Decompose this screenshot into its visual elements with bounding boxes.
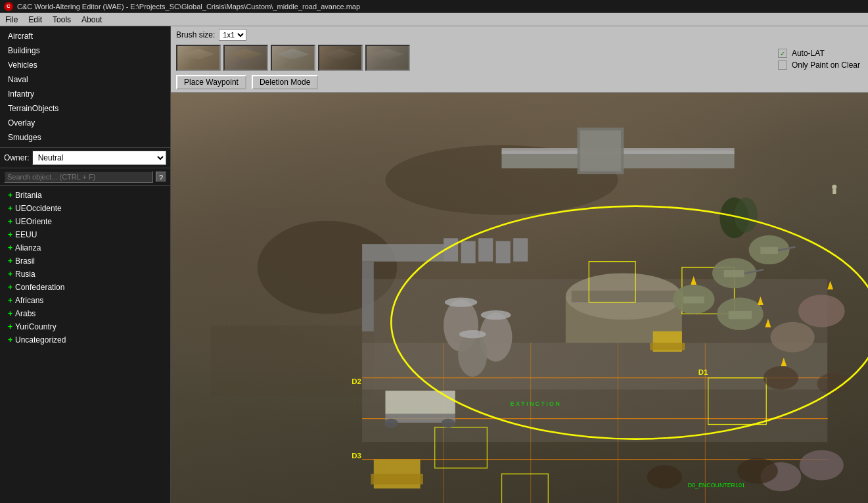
group-label-arabs: Arabs: [15, 309, 35, 318]
group-label-rusia: Rusia: [15, 270, 35, 279]
sidebar-item-buildings[interactable]: Buildings: [0, 43, 170, 58]
expand-icon-eeuu: +: [8, 230, 12, 239]
brush-size-select[interactable]: 1x12x23x3: [219, 29, 246, 41]
menu-file[interactable]: File: [0, 14, 23, 26]
svg-rect-42: [683, 297, 704, 304]
sidebar-item-infantry[interactable]: Infantry: [0, 87, 170, 101]
search-section: ?: [0, 168, 170, 186]
menu-about[interactable]: About: [76, 14, 107, 26]
group-arabs[interactable]: + Arabs: [0, 307, 170, 320]
expand-icon-ueoriente: +: [8, 217, 12, 226]
svg-point-58: [737, 458, 778, 484]
group-confederation[interactable]: + Confederation: [0, 281, 170, 294]
svg-rect-20: [513, 238, 528, 261]
group-label-ueoccidente: UEOccidente: [15, 204, 62, 213]
group-alianza[interactable]: + Alianza: [0, 241, 170, 254]
svg-point-25: [458, 333, 487, 377]
owner-section: Owner: Neutral GDI Nod: [0, 148, 170, 168]
only-paint-checkbox[interactable]: [778, 60, 787, 70]
tile-row: [171, 43, 771, 72]
brush-label: Brush size:: [176, 30, 215, 39]
tile-2[interactable]: [223, 45, 268, 71]
deletion-mode-button[interactable]: Deletion Mode: [252, 75, 318, 89]
only-paint-row: Only Paint on Clear: [778, 60, 861, 70]
owner-dropdown[interactable]: Neutral GDI Nod: [32, 151, 166, 165]
sidebar-item-smudges[interactable]: Smudges: [0, 130, 170, 145]
expand-icon-rusia: +: [8, 270, 12, 279]
search-help-button[interactable]: ?: [156, 172, 166, 182]
group-label-uncategorized: Uncategorized: [15, 335, 66, 345]
group-ueoriente[interactable]: + UEOriente: [0, 215, 170, 228]
toolbar-left: Brush size: 1x12x23x3: [171, 26, 771, 92]
sidebar-item-naval[interactable]: Naval: [0, 72, 170, 87]
map-canvas: D2 D3 D1 E X T I N C T I O N E X I N C O…: [171, 93, 868, 503]
group-label-brasil: Brasil: [15, 256, 35, 266]
svg-text:D1: D1: [698, 368, 708, 376]
expand-icon-britania: +: [8, 191, 12, 200]
group-label-britania: Britania: [15, 191, 42, 200]
group-eeuu[interactable]: + EEUU: [0, 228, 170, 241]
svg-text:E X  T I N C T I O N: E X T I N C T I O N: [511, 400, 560, 407]
only-paint-label: Only Paint on Clear: [790, 60, 861, 70]
svg-text:D0_ENCOUNTER101: D0_ENCOUNTER101: [688, 482, 745, 489]
svg-point-48: [800, 450, 844, 480]
svg-point-57: [764, 366, 798, 389]
expand-icon-yuricountry: +: [8, 322, 12, 331]
svg-rect-2: [211, 325, 374, 395]
svg-point-60: [647, 465, 682, 488]
svg-rect-4: [362, 343, 827, 390]
svg-point-77: [832, 185, 836, 189]
group-britania[interactable]: + Britania: [0, 189, 170, 202]
app-icon: C: [4, 2, 13, 11]
svg-rect-15: [580, 131, 621, 172]
group-africans[interactable]: + Africans: [0, 294, 170, 307]
main-layout: Aircraft Buildings Vehicles Naval Infant…: [0, 26, 868, 503]
group-ueoccidente[interactable]: + UEOccidente: [0, 202, 170, 215]
group-label-yuricountry: YuriCountry: [15, 322, 57, 331]
expand-icon-confederation: +: [8, 283, 12, 292]
map-svg-overlay: D2 D3 D1 E X T I N C T I O N E X I N C O…: [171, 93, 868, 503]
expand-icon-africans: +: [8, 296, 12, 305]
tile-5[interactable]: [365, 45, 410, 71]
svg-point-26: [459, 330, 486, 338]
tile-1[interactable]: [176, 45, 221, 71]
owner-label: Owner:: [4, 153, 30, 162]
sidebar: Aircraft Buildings Vehicles Naval Infant…: [0, 26, 171, 503]
svg-rect-18: [478, 238, 493, 261]
svg-rect-78: [833, 189, 836, 194]
expand-icon-brasil: +: [8, 256, 12, 266]
svg-rect-56: [371, 474, 423, 485]
svg-point-22: [445, 298, 478, 307]
group-uncategorized[interactable]: + Uncategorized: [0, 333, 170, 347]
tile-4[interactable]: [318, 45, 363, 71]
svg-marker-76: [827, 281, 833, 289]
auto-lat-checkbox[interactable]: ✓: [778, 49, 787, 58]
group-label-eeuu: EEUU: [15, 230, 37, 239]
menu-bar: File Edit Tools About: [0, 13, 868, 26]
object-list: + Britania + UEOccidente + UEOriente + E…: [0, 186, 170, 503]
sidebar-item-vehicles[interactable]: Vehicles: [0, 58, 170, 72]
svg-rect-51: [385, 391, 455, 414]
svg-rect-19: [496, 241, 511, 264]
svg-rect-64: [362, 262, 374, 331]
svg-rect-17: [461, 241, 476, 264]
svg-rect-34: [502, 474, 549, 503]
group-brasil[interactable]: + Brasil: [0, 254, 170, 268]
group-yuricountry[interactable]: + YuriCountry: [0, 320, 170, 333]
tile-3[interactable]: [271, 45, 315, 71]
group-label-alianza: Alianza: [15, 243, 41, 252]
svg-point-54: [441, 419, 455, 428]
place-waypoint-button[interactable]: Place Waypoint: [176, 75, 246, 89]
sidebar-item-terrain[interactable]: TerrainObjects: [0, 101, 170, 116]
search-input[interactable]: [4, 171, 153, 183]
expand-icon-ueoccidente: +: [8, 204, 12, 213]
group-rusia[interactable]: + Rusia: [0, 268, 170, 281]
menu-edit[interactable]: Edit: [23, 14, 47, 26]
sidebar-nav: Aircraft Buildings Vehicles Naval Infant…: [0, 26, 170, 148]
map-viewport[interactable]: D2 D3 D1 E X T I N C T I O N E X I N C O…: [171, 93, 868, 503]
sidebar-item-overlay[interactable]: Overlay: [0, 116, 170, 130]
svg-text:D2: D2: [352, 377, 361, 385]
options-section: ✓ Auto-LAT Only Paint on Clear: [771, 26, 868, 92]
menu-tools[interactable]: Tools: [47, 14, 76, 26]
sidebar-item-aircraft[interactable]: Aircraft: [0, 29, 170, 43]
